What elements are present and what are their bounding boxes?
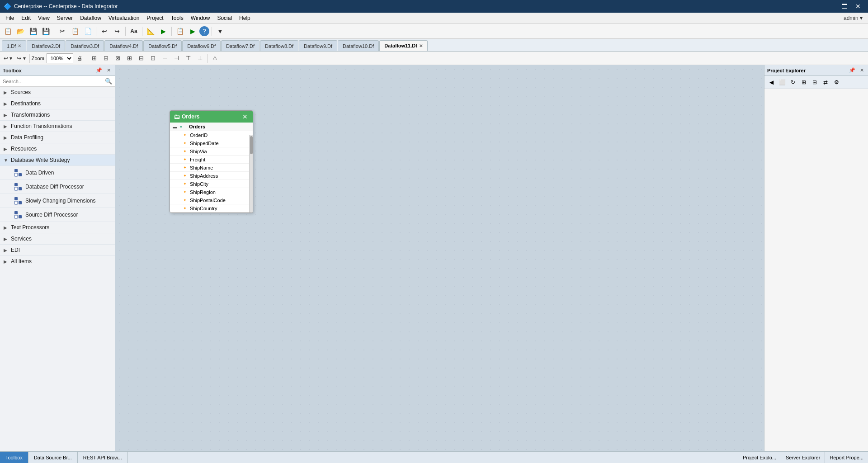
menu-edit[interactable]: Edit [18,14,34,22]
clipboard-button[interactable]: 📋 [174,25,186,37]
menu-tools[interactable]: Tools [167,14,187,22]
category-services[interactable]: ▶ Services [0,233,115,245]
distribute-button[interactable]: ⊥ [195,53,206,64]
fit-height-button[interactable]: ⊠ [113,53,123,64]
tab-dataflow6[interactable]: Dataflow6.Df [182,40,221,51]
orders-card-collapse-button[interactable]: ✕ [241,113,249,121]
category-destinations[interactable]: ▶ Destinations [0,98,115,109]
tab-dataflow5[interactable]: Dataflow5.Df [143,40,182,51]
tab-dataflow8[interactable]: Dataflow8.Df [260,40,298,51]
pe-expand-button[interactable]: ⊞ [799,77,809,87]
category-function-transformations[interactable]: ▶ Function Transformations [0,121,115,132]
redo-button[interactable]: ↪ [111,25,123,37]
close-button[interactable]: ✕ [852,2,864,11]
save-all-button[interactable]: 💾 [40,25,52,37]
help-button[interactable]: ? [199,26,209,36]
pe-close-button[interactable]: ✕ [859,67,865,74]
category-sources[interactable]: ▶ Sources [0,87,115,98]
tab-1df[interactable]: 1.Df ✕ [2,40,26,51]
align-middle-button[interactable]: ⊣ [171,53,182,64]
add-object-button[interactable]: 📐 [145,25,156,37]
item-source-diff-processor[interactable]: Source Diff Processor [0,208,115,222]
tab-dataflow10[interactable]: Dataflow10.Df [338,40,379,51]
copy-button[interactable]: 📋 [69,25,81,37]
run-button[interactable]: ▶ [157,25,169,37]
status-tab-datasource[interactable]: Data Source Br... [28,452,78,463]
menu-view[interactable]: View [34,14,53,22]
category-data-profiling[interactable]: ▶ Data Profiling [0,132,115,143]
tab-dataflow3[interactable]: Dataflow3.Df [66,40,104,51]
item-slowly-changing-dimensions[interactable]: Slowly Changing Dimensions [0,194,115,208]
warning-button[interactable]: ⚠ [210,53,221,64]
cut-button[interactable]: ✂ [57,25,68,37]
align-left-button[interactable]: ⊞ [124,53,135,64]
undo-button[interactable]: ↩ [99,25,110,37]
orders-card[interactable]: 🗂 Orders ✕ ▬ ▪ Orders 🔸 OrderID [170,110,253,213]
status-right-section: Project Explo... Server Explorer Report … [738,452,868,463]
align-right-button[interactable]: ⊡ [148,53,159,64]
svg-rect-8 [19,201,22,204]
pe-refresh-button[interactable]: ↻ [788,77,798,87]
tab-dataflow4[interactable]: Dataflow4.Df [104,40,143,51]
pe-sync-button[interactable]: ⇄ [821,77,830,87]
save-button[interactable]: 💾 [27,25,39,37]
tab-dataflow11[interactable]: Dataflow11.Df ✕ [379,40,428,51]
toolbox-close-button[interactable]: ✕ [105,67,112,74]
status-tab-restapi[interactable]: REST API Brow... [78,452,128,463]
minimize-button[interactable]: — [825,2,837,11]
canvas-undo-button[interactable]: ↩ ▾ [2,53,14,64]
toolbox-pin-button[interactable]: 📌 [94,67,104,74]
align-bottom-button[interactable]: ⊤ [183,53,194,64]
new-button[interactable]: 📋 [2,25,14,37]
more-button[interactable]: ▼ [214,25,226,37]
menu-window[interactable]: Window [187,14,214,22]
status-report-properties[interactable]: Report Prope... [825,452,868,463]
menu-help[interactable]: Help [236,14,254,22]
canvas-redo-button[interactable]: ↪ ▾ [15,53,27,64]
search-input[interactable] [3,79,105,84]
menu-project[interactable]: Project [143,14,167,22]
menu-server[interactable]: Server [53,14,76,22]
open-button[interactable]: 📂 [14,25,26,37]
pe-pin-button[interactable]: 📌 [848,67,857,74]
tab-dataflow11-close[interactable]: ✕ [419,43,423,48]
zoom-select[interactable]: 100% 50% 75% 125% 150% 200% [47,53,73,63]
category-transformations[interactable]: ▶ Transformations [0,109,115,121]
tab-dataflow2[interactable]: Dataflow2.Df [27,40,65,51]
align-top-button[interactable]: ⊢ [160,53,170,64]
field-label-shipcountry: ShipCountry [190,206,250,211]
user-menu[interactable]: admin ▾ [840,14,866,22]
category-edi[interactable]: ▶ EDI [0,245,115,256]
maximize-button[interactable]: 🗖 [838,2,851,11]
status-server-explorer[interactable]: Server Explorer [781,452,825,463]
category-database-write-strategy[interactable]: ▼ Database Write Strategy [0,155,115,166]
menu-virtualization[interactable]: Virtualization [105,14,143,22]
orders-scrollbar[interactable] [249,135,253,213]
status-project-explorer[interactable]: Project Explo... [738,452,781,463]
orders-table-row[interactable]: ▬ ▪ Orders [170,123,253,131]
tab-dataflow9[interactable]: Dataflow9.Df [299,40,337,51]
item-data-driven[interactable]: Data Driven [0,166,115,180]
menu-dataflow[interactable]: Dataflow [76,14,105,22]
tab-dataflow7[interactable]: Dataflow7.Df [221,40,259,51]
run2-button[interactable]: ▶ [187,25,198,37]
category-text-processors[interactable]: ▶ Text Processors [0,222,115,233]
item-database-diff-processor[interactable]: Database Diff Processor [0,180,115,194]
pe-collapse-button[interactable]: ⊟ [810,77,820,87]
pe-settings-button[interactable]: ⚙ [831,77,841,87]
pe-back-button[interactable]: ◀ [766,77,776,87]
canvas-area[interactable]: 🗂 Orders ✕ ▬ ▪ Orders 🔸 OrderID [115,65,764,451]
menu-file[interactable]: File [2,14,18,22]
font-button[interactable]: Aa [128,25,140,37]
field-row-shippeddate: 🔸 ShippedDate [170,139,253,147]
category-all-items[interactable]: ▶ All Items [0,256,115,267]
pe-forward-button[interactable]: ⬜ [777,77,787,87]
fit-all-button[interactable]: ⊞ [89,53,100,64]
paste-button[interactable]: 📄 [82,25,94,37]
menu-social[interactable]: Social [213,14,236,22]
print-button[interactable]: 🖨 [74,53,85,64]
status-tab-toolbox[interactable]: Toolbox [0,452,28,463]
align-center-button[interactable]: ⊟ [136,53,147,64]
fit-width-button[interactable]: ⊟ [101,53,112,64]
category-resources[interactable]: ▶ Resources [0,143,115,155]
